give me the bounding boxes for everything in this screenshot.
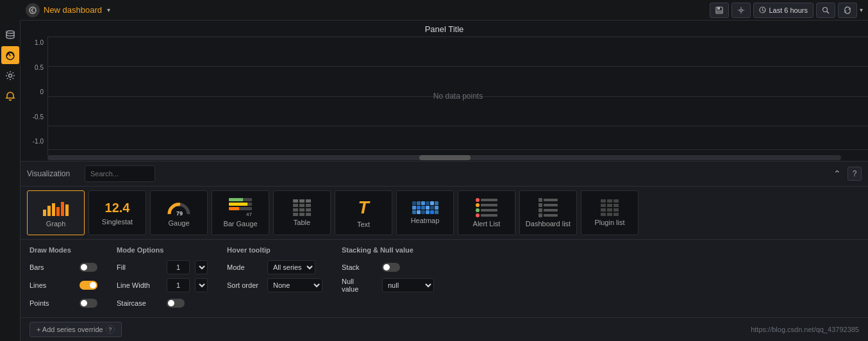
bottom-panel: Visualization ⌃ ? Graph 12.4 (21, 162, 868, 341)
add-series-help-icon: ? (106, 325, 115, 334)
fill-input[interactable] (167, 260, 190, 274)
svg-point-8 (823, 7, 828, 12)
time-range-label: Last 6 hours (769, 6, 808, 14)
dashboard-title: New dashboard (44, 5, 102, 15)
svg-point-2 (8, 74, 12, 78)
sidebar-icon-gauge[interactable] (1, 46, 19, 64)
staircase-label: Staircase (117, 299, 162, 307)
scroll-thumb[interactable] (419, 155, 471, 160)
y-label-4: -0.5 (24, 113, 44, 121)
sidebar-icon-bell[interactable] (1, 87, 19, 105)
top-bar: New dashboard ▾ Last 6 hours ▾ (21, 0, 868, 21)
viz-card-bar-gauge[interactable]: 47 Bar Gauge (212, 190, 269, 235)
svg-rect-13 (61, 202, 64, 216)
add-series-label: + Add series override (37, 326, 103, 333)
refresh-button[interactable] (838, 3, 857, 18)
save-button[interactable] (710, 3, 729, 18)
zoom-button[interactable] (816, 3, 835, 18)
line-width-input[interactable] (167, 278, 190, 292)
chart-area: Panel Title 1.0 0.5 0 -0.5 -1.0 No data … (21, 21, 868, 162)
viz-card-text[interactable]: T Text (335, 190, 392, 235)
panel-title: Panel Title (21, 21, 868, 37)
back-button[interactable] (26, 3, 40, 17)
staircase-toggle[interactable] (167, 299, 185, 308)
viz-card-gauge[interactable]: 79 Gauge (150, 190, 208, 235)
mode-row: Mode All series Single (227, 260, 322, 274)
viz-help-button[interactable]: ? (847, 167, 862, 181)
svg-rect-11 (52, 203, 55, 216)
viz-card-singlestat[interactable]: 12.4 Singlestat (88, 190, 146, 235)
plugin-list-viz-icon (601, 199, 619, 216)
hover-tooltip-title: Hover tooltip (227, 246, 322, 254)
url-text: https://blog.csdn.net/qq_43792385 (751, 326, 859, 333)
visualization-search[interactable] (85, 165, 155, 182)
line-width-row: Line Width ▾ (117, 278, 208, 292)
visualization-label: Visualization (27, 169, 78, 178)
chart-grid: 1.0 0.5 0 -0.5 -1.0 No data points (21, 37, 868, 155)
dashboard-dropdown-arrow[interactable]: ▾ (107, 6, 110, 13)
graph-card-label: Graph (46, 220, 66, 228)
grid-line-top (48, 37, 868, 37)
table-card-label: Table (294, 219, 310, 226)
fill-row: Fill ▾ (117, 260, 208, 274)
scroll-track[interactable] (47, 155, 841, 160)
null-value-label: Nullvalue (342, 278, 377, 293)
heatmap-card-label: Heatmap (411, 217, 440, 224)
sidebar-icon-settings[interactable] (1, 67, 19, 85)
draw-modes-group: Draw Modes Bars Lines Points (29, 246, 97, 311)
stack-toggle[interactable] (382, 263, 400, 272)
svg-point-0 (6, 31, 14, 33)
sort-order-select[interactable]: None Increasing Decreasing (267, 278, 322, 292)
time-range-button[interactable]: Last 6 hours (753, 3, 814, 18)
draw-modes-title: Draw Modes (29, 246, 97, 254)
mode-select[interactable]: All series Single (267, 260, 315, 274)
lines-label: Lines (29, 281, 74, 289)
svg-rect-10 (47, 206, 51, 216)
visualization-cards: Graph 12.4 Singlestat 79 Gauge (21, 187, 868, 240)
viz-card-graph[interactable]: Graph (27, 190, 85, 235)
bar-gauge-viz-icon: 47 (229, 198, 252, 217)
viz-card-alert-list[interactable]: Alert List (458, 190, 515, 235)
settings-button[interactable] (731, 3, 751, 18)
viz-collapse-button[interactable]: ⌃ (833, 169, 841, 179)
bottom-footer: + Add series override ? https://blog.csd… (21, 317, 868, 341)
null-value-select[interactable]: null connected as zero (382, 278, 434, 292)
svg-rect-12 (56, 207, 60, 216)
add-series-override-button[interactable]: + Add series override ? (29, 322, 122, 337)
sidebar (0, 21, 21, 341)
bars-label: Bars (29, 263, 74, 271)
x-axis-labels: 09:10 09:20 09:30 09:40 09:50 10:00 10:1… (21, 160, 868, 162)
sort-order-label: Sort order (227, 281, 262, 289)
viz-card-table[interactable]: Table (273, 190, 331, 235)
y-label-2: 0.5 (24, 64, 44, 71)
mode-label: Mode (227, 263, 262, 271)
refresh-dropdown-arrow[interactable]: ▾ (860, 6, 863, 13)
svg-point-3 (29, 7, 36, 13)
gauge-viz-icon: 79 (166, 199, 192, 217)
points-label: Points (29, 299, 74, 307)
no-data-message: No data points (433, 92, 483, 101)
stacking-null-title: Stacking & Null value (342, 246, 434, 254)
fill-dropdown[interactable]: ▾ (195, 260, 208, 274)
svg-rect-9 (43, 210, 46, 216)
plugin-list-card-label: Plugin list (594, 219, 624, 226)
viz-card-heatmap[interactable]: Heatmap (396, 190, 454, 235)
svg-rect-14 (65, 204, 69, 216)
alert-list-card-label: Alert List (473, 220, 501, 228)
svg-point-6 (740, 9, 742, 12)
fill-label: Fill (117, 263, 162, 271)
bars-row: Bars (29, 260, 97, 274)
points-toggle[interactable] (79, 299, 97, 308)
mode-options-group: Mode Options Fill ▾ Line Width ▾ Stairca… (117, 246, 208, 311)
main-content: New dashboard ▾ Last 6 hours ▾ Panel (21, 0, 868, 341)
stack-row: Stack (342, 260, 434, 274)
bars-toggle[interactable] (79, 263, 97, 272)
viz-card-dashboard-list[interactable]: Dashboard list (519, 190, 577, 235)
line-width-dropdown[interactable]: ▾ (195, 278, 208, 292)
y-label-5: -1.0 (24, 138, 44, 145)
sidebar-icon-database[interactable] (1, 26, 19, 44)
graph-viz-icon (42, 198, 70, 217)
points-row: Points (29, 296, 97, 310)
viz-card-plugin-list[interactable]: Plugin list (581, 190, 638, 235)
lines-toggle[interactable] (79, 281, 97, 290)
